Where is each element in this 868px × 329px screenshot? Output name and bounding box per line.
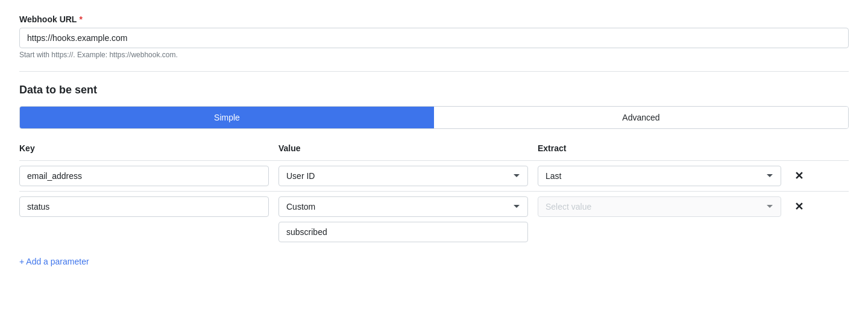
- tab-advanced[interactable]: Advanced: [434, 107, 848, 128]
- section-divider: [19, 71, 849, 72]
- required-star: *: [79, 14, 82, 24]
- row1-remove-cell: ✕: [791, 166, 815, 186]
- row2-remove-button[interactable]: ✕: [791, 196, 807, 217]
- params-header: Key Value Extract: [19, 141, 849, 155]
- row1-value-select[interactable]: User ID Email Custom: [278, 166, 528, 186]
- row2-extract-select[interactable]: Select value Last First All: [538, 196, 781, 217]
- col-value-header: Value: [278, 141, 538, 155]
- param-row-2: User ID Email Custom Select value Last F…: [19, 191, 849, 247]
- add-parameter-button[interactable]: + Add a parameter: [19, 252, 89, 271]
- webhook-url-label: Webhook URL *: [19, 14, 849, 24]
- row1-value-cell: User ID Email Custom: [278, 166, 538, 186]
- row1-extract-cell: Last First All: [538, 166, 791, 186]
- row1-key-input[interactable]: [19, 166, 269, 186]
- param-row-1: User ID Email Custom Last First All ✕: [19, 160, 849, 191]
- row2-key-input[interactable]: [19, 196, 269, 217]
- webhook-url-label-text: Webhook URL: [19, 14, 77, 24]
- webhook-url-section: Webhook URL * Start with https://. Examp…: [19, 14, 849, 59]
- add-parameter-label: + Add a parameter: [19, 257, 89, 266]
- row2-custom-value-input[interactable]: [278, 222, 528, 242]
- row2-remove-cell: ✕: [791, 196, 815, 217]
- row2-extract-cell: Select value Last First All: [538, 196, 791, 217]
- tab-simple[interactable]: Simple: [20, 107, 434, 128]
- data-section: Data to be sent Simple Advanced Key Valu…: [19, 84, 849, 271]
- page-container: Webhook URL * Start with https://. Examp…: [0, 0, 868, 329]
- row2-key-cell: [19, 196, 278, 217]
- col-key-header: Key: [19, 141, 278, 155]
- row1-extract-select[interactable]: Last First All: [538, 166, 781, 186]
- section-title: Data to be sent: [19, 84, 849, 96]
- col-extract-header: Extract: [538, 141, 791, 155]
- webhook-url-input[interactable]: [19, 28, 849, 48]
- row1-remove-button[interactable]: ✕: [791, 166, 807, 186]
- row1-key-cell: [19, 166, 278, 186]
- webhook-url-hint: Start with https://. Example: https://we…: [19, 51, 849, 59]
- row2-value-select[interactable]: User ID Email Custom: [278, 196, 528, 217]
- tab-toggle: Simple Advanced: [19, 106, 849, 129]
- row2-value-cell: User ID Email Custom: [278, 196, 538, 242]
